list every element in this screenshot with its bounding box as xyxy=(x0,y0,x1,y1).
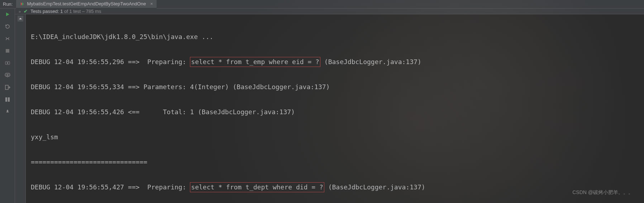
tab-title: MybatisEmpTest.testGetEmpAndDeptByStepTw… xyxy=(27,1,146,6)
content-area: » ✔ Tests passed: 1 of 1 test – 785 ms E… xyxy=(15,9,644,203)
passed-label: Tests passed: xyxy=(30,9,59,14)
svg-rect-5 xyxy=(5,97,7,102)
collapse-icon[interactable] xyxy=(18,16,23,21)
watermark: CSDN @碳烤小肥羊。。。 xyxy=(572,189,633,196)
console-line: yxy_lsm xyxy=(31,131,639,143)
close-icon[interactable]: × xyxy=(150,1,153,6)
svg-point-2 xyxy=(7,62,8,64)
console-line: DEBUG 12-04 19:56:55,427 ==> Preparing: … xyxy=(31,181,639,193)
dump-threads-icon[interactable] xyxy=(4,59,11,67)
tool-gutter xyxy=(0,9,15,203)
console-line: DEBUG 12-04 19:56:55,426 <== Total: 1 (B… xyxy=(31,106,639,118)
console-output[interactable]: E:\IDEA_includeJDK\jdk1.8.0_25\bin\java.… xyxy=(26,14,644,203)
pin-icon[interactable] xyxy=(4,108,11,115)
chevrons-icon[interactable]: » xyxy=(19,9,21,14)
check-icon: ✔ xyxy=(24,9,28,14)
run-button[interactable] xyxy=(4,11,11,18)
toggle-auto-test-icon[interactable] xyxy=(4,35,11,42)
run-tab-bar: Run: MybatisEmpTest.testGetEmpAndDeptByS… xyxy=(0,0,644,9)
stop-icon[interactable] xyxy=(4,47,11,54)
test-status-bar: » ✔ Tests passed: 1 of 1 test – 785 ms xyxy=(15,9,644,14)
svg-point-3 xyxy=(7,74,8,76)
svg-rect-6 xyxy=(8,97,10,102)
svg-rect-4 xyxy=(5,85,8,90)
test-status-text: Tests passed: 1 of 1 test – 785 ms xyxy=(30,9,101,14)
console-line: DEBUG 12-04 19:56:55,334 ==> Parameters:… xyxy=(31,81,639,93)
body-row: E:\IDEA_includeJDK\jdk1.8.0_25\bin\java.… xyxy=(15,14,644,203)
console-line: DEBUG 12-04 19:56:55,296 ==> Preparing: … xyxy=(31,55,639,68)
layout-icon[interactable] xyxy=(4,96,11,103)
sql-highlight: select * from t_dept where did = ? xyxy=(190,182,324,192)
test-tree-column xyxy=(15,14,26,203)
run-label: Run: xyxy=(3,1,16,7)
of-text: of 1 test – 785 ms xyxy=(63,9,101,14)
rerun-failed-icon[interactable] xyxy=(4,23,11,30)
console-line: ============================== xyxy=(31,156,639,168)
run-config-tab[interactable]: MybatisEmpTest.testGetEmpAndDeptByStepTw… xyxy=(16,0,156,9)
run-config-icon xyxy=(20,1,25,6)
console-line: E:\IDEA_includeJDK\jdk1.8.0_25\bin\java.… xyxy=(31,30,639,43)
main-area: » ✔ Tests passed: 1 of 1 test – 785 ms E… xyxy=(0,9,644,203)
exit-icon[interactable] xyxy=(4,84,11,91)
settings-icon[interactable] xyxy=(4,72,11,79)
svg-rect-0 xyxy=(6,49,9,53)
sql-highlight: select * from t_emp where eid = ? xyxy=(190,57,320,67)
